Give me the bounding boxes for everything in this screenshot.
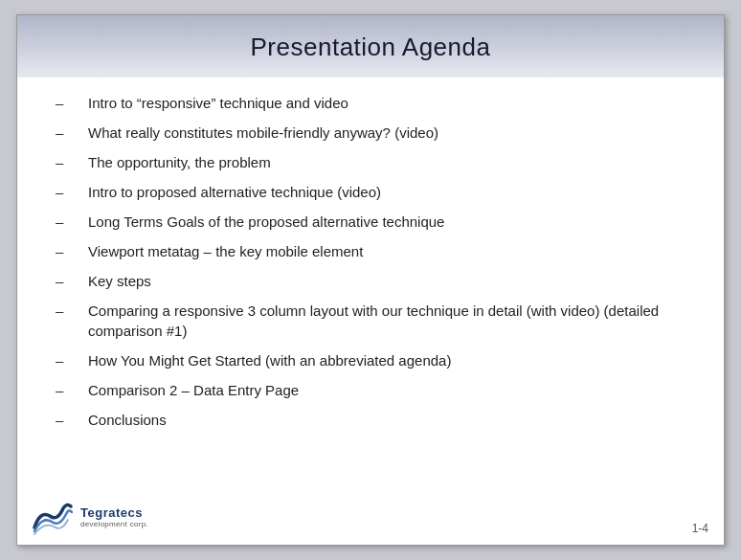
agenda-item-text: Comparing a responsive 3 column layout w… bbox=[88, 301, 685, 341]
agenda-item: –Comparing a responsive 3 column layout … bbox=[56, 301, 685, 341]
agenda-dash: – bbox=[56, 93, 79, 113]
agenda-item-text: The opportunity, the problem bbox=[88, 152, 685, 172]
agenda-item-text: Intro to “responsive” technique and vide… bbox=[88, 93, 685, 113]
agenda-item-text: Long Terms Goals of the proposed alterna… bbox=[88, 212, 685, 232]
agenda-dash: – bbox=[56, 410, 79, 430]
agenda-item: –What really constitutes mobile-friendly… bbox=[56, 123, 685, 143]
logo-text-area: Tegratecs development corp. bbox=[80, 506, 148, 528]
agenda-item: –Conclusions bbox=[56, 410, 685, 430]
agenda-dash: – bbox=[56, 380, 79, 400]
agenda-item-text: Comparison 2 – Data Entry Page bbox=[88, 380, 685, 400]
agenda-item-text: Conclusions bbox=[88, 410, 685, 430]
logo-icon bbox=[33, 501, 73, 535]
slide-footer: Tegratecs development corp. 1-4 bbox=[17, 495, 724, 545]
agenda-item-text: Viewport metatag – the key mobile elemen… bbox=[88, 241, 685, 261]
slide-title: Presentation Agenda bbox=[46, 33, 695, 62]
slide: Presentation Agenda –Intro to “responsiv… bbox=[16, 14, 725, 546]
agenda-item: –How You Might Get Started (with an abbr… bbox=[56, 350, 685, 370]
agenda-dash: – bbox=[56, 182, 79, 202]
agenda-item-text: Intro to proposed alternative technique … bbox=[88, 182, 685, 202]
agenda-item-text: Key steps bbox=[88, 271, 685, 291]
agenda-dash: – bbox=[56, 123, 79, 143]
agenda-item: –Long Terms Goals of the proposed altern… bbox=[56, 212, 685, 232]
agenda-item-text: How You Might Get Started (with an abbre… bbox=[88, 350, 685, 370]
logo-sub: development corp. bbox=[80, 521, 148, 529]
agenda-item: –Intro to proposed alternative technique… bbox=[56, 182, 685, 202]
agenda-item-text: What really constitutes mobile-friendly … bbox=[88, 123, 685, 143]
agenda-dash: – bbox=[56, 271, 79, 291]
agenda-dash: – bbox=[56, 301, 79, 321]
agenda-item: –Key steps bbox=[56, 271, 685, 291]
slide-number: 1-4 bbox=[692, 522, 708, 535]
slide-header: Presentation Agenda bbox=[17, 15, 724, 78]
agenda-item: –Intro to “responsive” technique and vid… bbox=[56, 93, 685, 113]
agenda-dash: – bbox=[56, 212, 79, 232]
logo-name: Tegratecs bbox=[80, 506, 148, 520]
agenda-item: –Comparison 2 – Data Entry Page bbox=[56, 380, 685, 400]
agenda-dash: – bbox=[56, 350, 79, 370]
slide-body: –Intro to “responsive” technique and vid… bbox=[17, 78, 724, 495]
agenda-dash: – bbox=[56, 152, 79, 172]
agenda-dash: – bbox=[56, 241, 79, 261]
logo-area: Tegratecs development corp. bbox=[33, 501, 148, 535]
agenda-item: –Viewport metatag – the key mobile eleme… bbox=[56, 241, 685, 261]
agenda-item: –The opportunity, the problem bbox=[56, 152, 685, 172]
agenda-list: –Intro to “responsive” technique and vid… bbox=[56, 93, 685, 430]
